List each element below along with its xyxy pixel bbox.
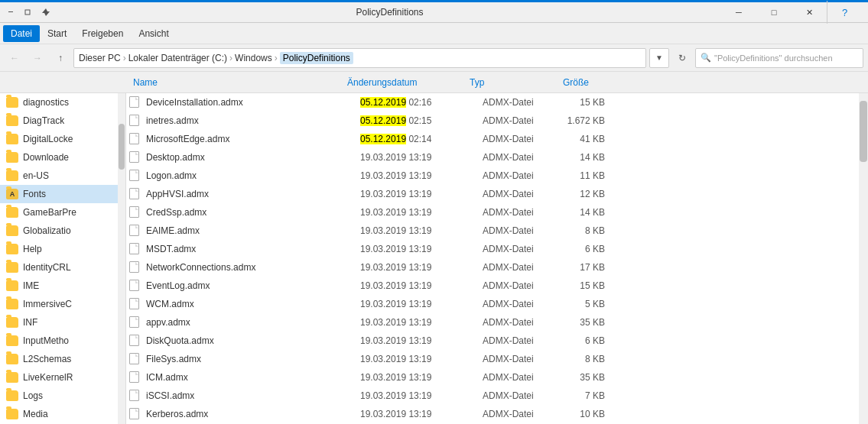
sidebar-item-media[interactable]: Media (0, 405, 125, 423)
folder-icon (6, 299, 18, 309)
file-type: ADMX-Datei (483, 299, 559, 309)
restore-small-icon (23, 6, 35, 18)
table-row[interactable]: NetworkConnections.admx19.03.2019 13:19A… (126, 258, 868, 277)
table-row[interactable]: FileSys.admx19.03.2019 13:19ADMX-Datei8 … (126, 350, 868, 368)
file-name: EAIME.admx (146, 225, 360, 236)
file-type: ADMX-Datei (483, 335, 559, 346)
file-icon (129, 206, 141, 218)
sidebar-item-label: GameBarPre (23, 207, 76, 218)
table-row[interactable]: MSDT.admx19.03.2019 13:19ADMX-Datei6 KB (126, 240, 868, 258)
svg-rect-0 (8, 11, 13, 12)
sidebar-item-fonts[interactable]: AFonts (0, 185, 125, 203)
table-row[interactable]: CredSsp.admx19.03.2019 13:19ADMX-Datei14… (126, 203, 868, 222)
folder-icon (6, 152, 18, 163)
menu-ansicht[interactable]: Ansicht (131, 25, 176, 42)
file-type: ADMX-Datei (483, 409, 559, 419)
sidebar-item-label: Logs (23, 390, 43, 401)
file-date: 19.03.2019 13:19 (360, 225, 483, 236)
folder-icon: A (6, 189, 18, 199)
table-row[interactable]: inetres.admx05.12.2019 02:15ADMX-Datei1.… (126, 112, 868, 130)
menu-datei[interactable]: Datei (3, 25, 40, 42)
file-name: NetworkConnections.admx (146, 262, 360, 273)
sidebar-item-ime[interactable]: IME (0, 277, 125, 295)
file-icon (129, 188, 141, 200)
file-size: 14 KB (559, 207, 620, 218)
sidebar-item-enus[interactable]: en-US (0, 167, 125, 185)
col-header-date[interactable]: Änderungsdatum (344, 77, 467, 88)
refresh-button[interactable]: ↻ (672, 48, 692, 68)
file-type: ADMX-Datei (483, 152, 559, 163)
file-size: 8 KB (559, 225, 620, 236)
sidebar-item-logs[interactable]: Logs (0, 387, 125, 405)
sidebar-item-diagtrack[interactable]: DiagTrack (0, 112, 125, 130)
file-type: ADMX-Datei (483, 244, 559, 254)
sidebar-item-gamebarpre[interactable]: GameBarPre (0, 203, 125, 222)
sidebar-item-label: L2Schemas (23, 354, 71, 364)
address-dropdown-button[interactable]: ▼ (649, 48, 669, 68)
sidebar-item-label: ImmersiveC (23, 299, 72, 309)
back-button[interactable]: ← (5, 48, 24, 68)
sidebar-item-diagnostics[interactable]: diagnostics (0, 93, 125, 112)
table-row[interactable]: WCM.admx19.03.2019 13:19ADMX-Datei5 KB (126, 295, 868, 313)
sidebar-scrollbar[interactable] (118, 93, 125, 424)
table-row[interactable]: EventLog.admx19.03.2019 13:19ADMX-Datei1… (126, 277, 868, 295)
window-controls[interactable]: ─ □ ✕ ? (721, 1, 862, 24)
filelist-scrollbar-thumb[interactable] (860, 101, 867, 162)
table-row[interactable]: AppHVSI.admx19.03.2019 13:19ADMX-Datei12… (126, 185, 868, 203)
close-button[interactable]: ✕ (792, 1, 827, 24)
forward-button[interactable]: → (28, 48, 47, 68)
table-row[interactable]: ICM.admx19.03.2019 13:19ADMX-Datei35 KB (126, 368, 868, 387)
file-type: ADMX-Datei (483, 170, 559, 181)
col-header-type[interactable]: Typ (467, 77, 543, 88)
table-row[interactable]: iSCSI.admx19.03.2019 13:19ADMX-Datei7 KB (126, 387, 868, 405)
folder-icon (6, 262, 18, 273)
minimize-small-icon (6, 6, 18, 18)
folder-icon (6, 390, 18, 401)
col-header-name[interactable]: Name (130, 77, 344, 88)
menu-freigeben[interactable]: Freigeben (74, 25, 131, 42)
table-row[interactable]: DiskQuota.admx19.03.2019 13:19ADMX-Datei… (126, 332, 868, 350)
menu-start[interactable]: Start (40, 25, 74, 42)
file-type: ADMX-Datei (483, 207, 559, 218)
file-size: 35 KB (559, 317, 620, 328)
file-date: 19.03.2019 13:19 (360, 299, 483, 309)
table-row[interactable]: appv.admx19.03.2019 13:19ADMX-Datei35 KB (126, 313, 868, 332)
sidebar-item-label: Globalizatio (23, 225, 71, 236)
file-date: 19.03.2019 13:19 (360, 390, 483, 401)
sidebar-item-label: Fonts (23, 189, 46, 199)
table-row[interactable]: DeviceInstallation.admx05.12.2019 02:16A… (126, 93, 868, 112)
sidebar-scrollbar-thumb[interactable] (119, 124, 125, 170)
sidebar-item-livekernelr[interactable]: LiveKernelR (0, 368, 125, 387)
sidebar-item-digitallocke[interactable]: DigitalLocke (0, 130, 125, 148)
minimize-button[interactable]: ─ (721, 1, 756, 24)
help-button[interactable]: ? (827, 1, 862, 24)
up-button[interactable]: ↑ (50, 48, 70, 68)
table-row[interactable]: EAIME.admx19.03.2019 13:19ADMX-Datei8 KB (126, 222, 868, 240)
filelist-scrollbar[interactable] (859, 93, 868, 424)
col-header-size[interactable]: Größe (543, 77, 604, 88)
table-row[interactable]: Logon.admx19.03.2019 13:19ADMX-Datei11 K… (126, 167, 868, 185)
file-size: 5 KB (559, 299, 620, 309)
table-row[interactable]: MicrosoftEdge.admx05.12.2019 02:14ADMX-D… (126, 130, 868, 148)
table-row[interactable]: Desktop.admx19.03.2019 13:19ADMX-Datei14… (126, 148, 868, 167)
sidebar-item-l2schemas[interactable]: L2Schemas (0, 350, 125, 368)
breadcrumb-sep-3: › (275, 53, 278, 63)
file-icon (129, 261, 141, 273)
table-row[interactable]: Kerberos.admx19.03.2019 13:19ADMX-Datei1… (126, 405, 868, 423)
maximize-button[interactable]: □ (756, 1, 792, 24)
file-name: DeviceInstallation.admx (146, 97, 360, 108)
breadcrumb-pc: Dieser PC (79, 53, 121, 63)
address-bar[interactable]: Dieser PC › Lokaler Datenträger (C:) › W… (73, 48, 646, 68)
sidebar-item-help[interactable]: Help (0, 240, 125, 258)
sidebar-item-identitycrl[interactable]: IdentityCRL (0, 258, 125, 277)
sidebar-item-inputmetho[interactable]: InputMetho (0, 332, 125, 350)
sidebar-item-downloade[interactable]: Downloade (0, 148, 125, 167)
file-icon (129, 115, 141, 127)
sidebar-item-immersivec[interactable]: ImmersiveC (0, 295, 125, 313)
sidebar-item-label: InputMetho (23, 335, 69, 346)
sidebar-item-inf[interactable]: INF (0, 313, 125, 332)
sidebar-item-label: INF (23, 317, 37, 328)
sidebar-item-globalizatio[interactable]: Globalizatio (0, 222, 125, 240)
search-bar[interactable]: 🔍 "PolicyDefinitions" durchsuchen (695, 48, 863, 68)
file-name: MSDT.admx (146, 244, 360, 254)
